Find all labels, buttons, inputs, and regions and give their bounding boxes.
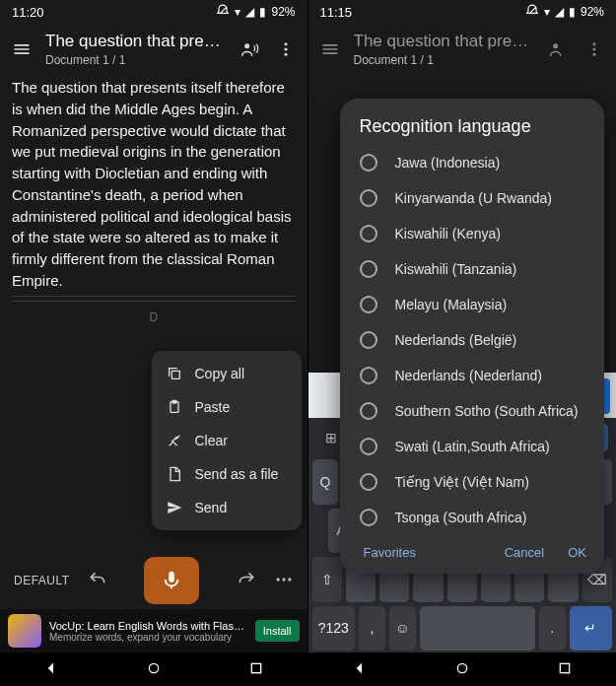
- key-shift[interactable]: ⇧: [312, 557, 342, 602]
- language-option[interactable]: Nederlands (België): [340, 322, 605, 358]
- menu-button[interactable]: [318, 37, 342, 61]
- language-option[interactable]: Jawa (Indonesia): [340, 145, 605, 180]
- language-label: Kinyarwanda (U Rwanda): [395, 190, 553, 206]
- favorites-button[interactable]: Favorites: [364, 545, 416, 560]
- dialog-title: Recognition language: [340, 116, 605, 145]
- radio-icon: [360, 225, 377, 242]
- ad-title: VocUp: Learn English Words with Flashcar…: [49, 620, 247, 632]
- signal-icon: ◢: [245, 5, 254, 19]
- mic-button[interactable]: [144, 557, 199, 604]
- svg-point-9: [288, 578, 291, 581]
- language-option[interactable]: Melayu (Malaysia): [340, 287, 605, 322]
- keyboard-row: ?123 , ☺ . ↵: [308, 604, 617, 653]
- app-bar: The question that presen... Document 1 /…: [0, 24, 308, 77]
- svg-point-16: [457, 663, 466, 672]
- key-space[interactable]: [420, 606, 535, 652]
- more-button[interactable]: [582, 37, 606, 61]
- line-rule: [12, 296, 296, 297]
- radio-icon: [360, 331, 377, 349]
- key-comma[interactable]: ,: [359, 606, 385, 652]
- key-numeric[interactable]: ?123: [312, 606, 356, 652]
- voice-input-icon[interactable]: [547, 37, 571, 61]
- language-label: Melayu (Malaysia): [395, 297, 508, 312]
- menu-button[interactable]: [10, 37, 34, 61]
- install-button[interactable]: Install: [255, 620, 300, 642]
- key[interactable]: Q: [312, 459, 339, 505]
- language-label: Southern Sotho (South Africa): [395, 403, 579, 419]
- more-horizontal-button[interactable]: [274, 570, 294, 592]
- document-subtitle: Document 1 / 1: [45, 53, 227, 67]
- file-icon: [166, 466, 183, 482]
- key-emoji[interactable]: ☺: [389, 606, 416, 652]
- nav-home[interactable]: [146, 660, 162, 679]
- screen-right: 11:15 ▾ ◢ ▮ 92% The question that presen…: [308, 0, 617, 686]
- svg-point-12: [553, 43, 558, 48]
- status-time: 11:15: [320, 5, 353, 20]
- ad-subtitle: Memorize words, expand your vocabulary: [49, 632, 247, 643]
- nav-bar: [0, 652, 308, 686]
- svg-rect-6: [172, 400, 176, 403]
- language-list[interactable]: Jawa (Indonesia)Kinyarwanda (U Rwanda)Ki…: [340, 145, 605, 535]
- document-title: The question that presen...: [354, 32, 536, 51]
- nav-back[interactable]: [352, 660, 368, 679]
- radio-icon: [360, 189, 377, 207]
- key-enter[interactable]: ↵: [570, 606, 613, 652]
- menu-clear[interactable]: Clear: [152, 424, 302, 457]
- language-option[interactable]: Kiswahili (Tanzania): [340, 251, 605, 287]
- key-period[interactable]: .: [539, 606, 566, 652]
- status-icons: ▾ ◢ ▮ 92%: [525, 4, 604, 21]
- document-subtitle: Document 1 / 1: [354, 53, 536, 67]
- radio-icon: [360, 509, 377, 526]
- menu-item-label: Copy all: [195, 366, 245, 381]
- language-label: Kiswahili (Kenya): [395, 226, 501, 241]
- language-label: Nederlands (België): [395, 332, 517, 348]
- dnd-icon: [216, 4, 230, 21]
- battery-percent: 92%: [581, 5, 604, 19]
- dialog-actions: Favorites Cancel OK: [340, 535, 605, 564]
- status-icons: ▾ ◢ ▮ 92%: [216, 4, 295, 21]
- send-icon: [166, 500, 183, 515]
- menu-paste[interactable]: Paste: [152, 390, 302, 424]
- line-rule: [12, 301, 296, 302]
- svg-rect-4: [171, 371, 179, 378]
- language-option[interactable]: Tiếng Việt (Việt Nam): [340, 464, 605, 500]
- hint-letter: D: [12, 309, 296, 326]
- svg-point-14: [593, 48, 596, 51]
- editor-area[interactable]: The question that presents itself theref…: [0, 77, 308, 326]
- language-option[interactable]: Southern Sotho (South Africa): [340, 393, 605, 429]
- battery-icon: ▮: [569, 5, 576, 19]
- language-option[interactable]: Nederlands (Nederland): [340, 358, 605, 393]
- undo-button[interactable]: [88, 570, 107, 592]
- more-button[interactable]: [274, 37, 298, 61]
- dnd-icon: [525, 4, 539, 21]
- language-option[interactable]: Kinyarwanda (U Rwanda): [340, 180, 605, 216]
- paste-icon: [166, 399, 183, 415]
- language-option[interactable]: Swati (Latin,South Africa): [340, 429, 605, 464]
- nav-back[interactable]: [43, 660, 59, 679]
- language-label: Tsonga (South Africa): [395, 510, 527, 525]
- default-label[interactable]: DEFAULT: [14, 574, 70, 587]
- ad-banner[interactable]: VocUp: Learn English Words with Flashcar…: [0, 609, 308, 652]
- cancel-button[interactable]: Cancel: [505, 545, 544, 560]
- nav-home[interactable]: [454, 660, 470, 679]
- nav-recent[interactable]: [248, 660, 264, 679]
- menu-send-file[interactable]: Send as a file: [152, 457, 302, 491]
- language-label: Tiếng Việt (Việt Nam): [395, 474, 529, 490]
- redo-button[interactable]: [237, 570, 256, 592]
- menu-send[interactable]: Send: [152, 491, 302, 524]
- app-bar: The question that presen... Document 1 /…: [308, 24, 617, 77]
- ad-app-icon: [8, 614, 41, 648]
- ok-button[interactable]: OK: [568, 545, 586, 560]
- menu-copy-all[interactable]: Copy all: [152, 357, 302, 390]
- radio-icon: [360, 260, 377, 278]
- language-option[interactable]: Tsonga (South Africa): [340, 500, 605, 535]
- battery-icon: ▮: [259, 5, 266, 19]
- nav-recent[interactable]: [557, 660, 573, 679]
- menu-item-label: Clear: [195, 433, 228, 448]
- menu-item-label: Send as a file: [195, 466, 279, 482]
- wifi-icon: ▾: [544, 5, 550, 19]
- svg-point-10: [149, 663, 158, 672]
- voice-input-icon[interactable]: [239, 37, 262, 61]
- language-label: Jawa (Indonesia): [395, 155, 501, 171]
- language-option[interactable]: Kiswahili (Kenya): [340, 216, 605, 251]
